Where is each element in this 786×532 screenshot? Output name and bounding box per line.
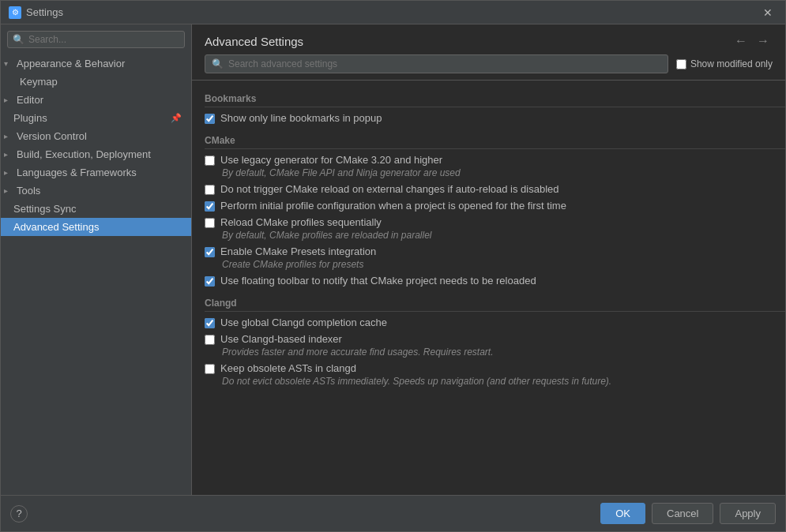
- main-title-row: Advanced Settings ← →: [205, 34, 773, 48]
- floating-toolbar-label[interactable]: Use floating toolbar to notify that CMak…: [220, 275, 536, 287]
- setting-row: Perform initial profile configuration wh…: [205, 200, 776, 212]
- setting-cmake-presets: Enable CMake Presets integration Create …: [205, 245, 785, 270]
- setting-clangd-indexer: Use Clangd-based indexer Provides faster…: [205, 333, 785, 358]
- sidebar-item-languages[interactable]: ▸ Languages & Frameworks: [1, 163, 191, 182]
- sidebar-item-label: Advanced Settings: [13, 221, 99, 233]
- floating-toolbar-checkbox[interactable]: [205, 276, 215, 287]
- sidebar-item-label: Plugins: [13, 112, 47, 124]
- no-trigger-reload-label[interactable]: Do not trigger CMake reload on external …: [220, 183, 559, 195]
- setting-row: Reload CMake profiles sequentially: [205, 216, 776, 228]
- setting-keep-asts: Keep obsolete ASTs in clangd Do not evic…: [205, 362, 785, 387]
- legacy-generator-label[interactable]: Use legacy generator for CMake 3.20 and …: [220, 154, 442, 166]
- sidebar-item-appearance[interactable]: ▾ Appearance & Behavior: [1, 54, 191, 73]
- no-trigger-reload-checkbox[interactable]: [205, 185, 215, 195]
- forward-button[interactable]: →: [754, 34, 773, 48]
- footer: ? OK Cancel Apply: [1, 495, 785, 531]
- reload-sequentially-label[interactable]: Reload CMake profiles sequentially: [220, 216, 382, 228]
- keep-asts-desc: Do not evict obsolete ASTs immediately. …: [222, 376, 776, 387]
- sidebar-item-keymap[interactable]: Keymap: [1, 73, 191, 91]
- sidebar-item-settings-sync[interactable]: Settings Sync: [1, 200, 191, 218]
- sidebar-item-label: Build, Execution, Deployment: [17, 148, 151, 160]
- show-modified-label[interactable]: Show modified only: [690, 58, 773, 69]
- cmake-presets-checkbox[interactable]: [205, 247, 215, 257]
- sidebar-item-label: Appearance & Behavior: [17, 58, 125, 69]
- apply-button[interactable]: Apply: [720, 503, 776, 524]
- search-icon: 🔍: [212, 58, 224, 69]
- window-title: Settings: [26, 6, 758, 18]
- show-modified-checkbox[interactable]: [676, 59, 686, 69]
- legacy-generator-checkbox[interactable]: [205, 155, 215, 166]
- title-bar: ⚙ Settings ✕: [1, 1, 785, 24]
- clangd-indexer-label[interactable]: Use Clangd-based indexer: [220, 333, 342, 345]
- help-button[interactable]: ?: [10, 505, 28, 523]
- sidebar-item-label: Editor: [17, 94, 43, 106]
- content-area: 🔍 ▾ Appearance & Behavior Keymap ▸ Edito…: [1, 24, 785, 495]
- setting-reload-sequentially: Reload CMake profiles sequentially By de…: [205, 216, 785, 241]
- close-button[interactable]: ✕: [758, 5, 777, 21]
- keep-asts-label[interactable]: Keep obsolete ASTs in clangd: [220, 362, 356, 374]
- sidebar-item-label: Languages & Frameworks: [17, 167, 137, 178]
- app-icon: ⚙: [9, 6, 21, 19]
- chevron-down-icon: ▾: [4, 59, 13, 68]
- setting-row: Use Clangd-based indexer: [205, 333, 776, 345]
- sidebar-item-label: Version Control: [17, 130, 87, 142]
- initial-profile-label[interactable]: Perform initial profile configuration wh…: [220, 200, 566, 212]
- sidebar-item-plugins[interactable]: Plugins 📌: [1, 109, 191, 127]
- nav-buttons: ← →: [731, 34, 773, 48]
- setting-floating-toolbar: Use floating toolbar to notify that CMak…: [205, 275, 785, 287]
- sidebar-search-input[interactable]: [28, 34, 179, 45]
- search-icon: 🔍: [13, 34, 24, 45]
- clangd-indexer-checkbox[interactable]: [205, 335, 215, 345]
- advanced-search-input[interactable]: [228, 58, 661, 69]
- sidebar: 🔍 ▾ Appearance & Behavior Keymap ▸ Edito…: [1, 24, 192, 495]
- setting-row: Use legacy generator for CMake 3.20 and …: [205, 154, 776, 166]
- global-cache-label[interactable]: Use global Clangd completion cache: [220, 317, 387, 328]
- sidebar-item-version-control[interactable]: ▸ Version Control: [1, 127, 191, 145]
- sidebar-item-advanced-settings[interactable]: Advanced Settings: [1, 218, 191, 236]
- setting-global-cache: Use global Clangd completion cache: [205, 317, 785, 328]
- search-row: 🔍 Show modified only: [205, 54, 773, 73]
- sidebar-item-label: Tools: [17, 185, 40, 197]
- legacy-generator-desc: By default, CMake File API and Ninja gen…: [222, 167, 776, 178]
- setting-row: Show only line bookmarks in popup: [205, 112, 776, 124]
- footer-left: ?: [10, 505, 28, 523]
- sidebar-item-build[interactable]: ▸ Build, Execution, Deployment: [1, 145, 191, 163]
- chevron-right-icon: ▸: [4, 132, 13, 140]
- keep-asts-checkbox[interactable]: [205, 364, 215, 374]
- sidebar-item-editor[interactable]: ▸ Editor: [1, 91, 191, 109]
- setting-show-line-bookmarks: Show only line bookmarks in popup: [205, 112, 785, 124]
- show-line-bookmarks-label[interactable]: Show only line bookmarks in popup: [220, 112, 382, 124]
- cmake-presets-label[interactable]: Enable CMake Presets integration: [220, 245, 376, 257]
- show-line-bookmarks-checkbox[interactable]: [205, 114, 215, 124]
- page-title: Advanced Settings: [205, 35, 303, 48]
- cancel-button[interactable]: Cancel: [652, 503, 713, 524]
- main-panel: Advanced Settings ← → 🔍 Show modified on…: [192, 24, 785, 495]
- chevron-right-icon: ▸: [4, 168, 13, 177]
- global-cache-checkbox[interactable]: [205, 318, 215, 328]
- setting-row: Use global Clangd completion cache: [205, 317, 776, 328]
- setting-no-trigger-reload: Do not trigger CMake reload on external …: [205, 183, 785, 195]
- chevron-right-icon: ▸: [4, 186, 13, 195]
- initial-profile-checkbox[interactable]: [205, 201, 215, 212]
- sidebar-item-tools[interactable]: ▸ Tools: [1, 182, 191, 200]
- setting-row: Do not trigger CMake reload on external …: [205, 183, 776, 195]
- setting-initial-profile: Perform initial profile configuration wh…: [205, 200, 785, 212]
- ok-button[interactable]: OK: [600, 503, 645, 524]
- settings-content: Bookmarks Show only line bookmarks in po…: [192, 81, 785, 495]
- sidebar-item-label: Keymap: [20, 76, 58, 88]
- setting-legacy-generator: Use legacy generator for CMake 3.20 and …: [205, 154, 785, 178]
- pin-icon: 📌: [171, 113, 182, 123]
- clangd-indexer-desc: Provides faster and more accurate find u…: [222, 347, 776, 358]
- setting-row: Keep obsolete ASTs in clangd: [205, 362, 776, 374]
- reload-sequentially-checkbox[interactable]: [205, 218, 215, 228]
- chevron-right-icon: ▸: [4, 96, 13, 104]
- sidebar-item-label: Settings Sync: [13, 203, 77, 215]
- setting-row: Use floating toolbar to notify that CMak…: [205, 275, 776, 287]
- cmake-section-header: CMake: [205, 135, 785, 149]
- clangd-section-header: Clangd: [205, 298, 785, 312]
- settings-window: ⚙ Settings ✕ 🔍 ▾ Appearance & Behavior K…: [0, 0, 786, 532]
- main-header: Advanced Settings ← → 🔍 Show modified on…: [192, 24, 785, 81]
- back-button[interactable]: ←: [731, 34, 750, 48]
- cmake-presets-desc: Create CMake profiles for presets: [222, 259, 776, 270]
- footer-right: OK Cancel Apply: [600, 503, 776, 524]
